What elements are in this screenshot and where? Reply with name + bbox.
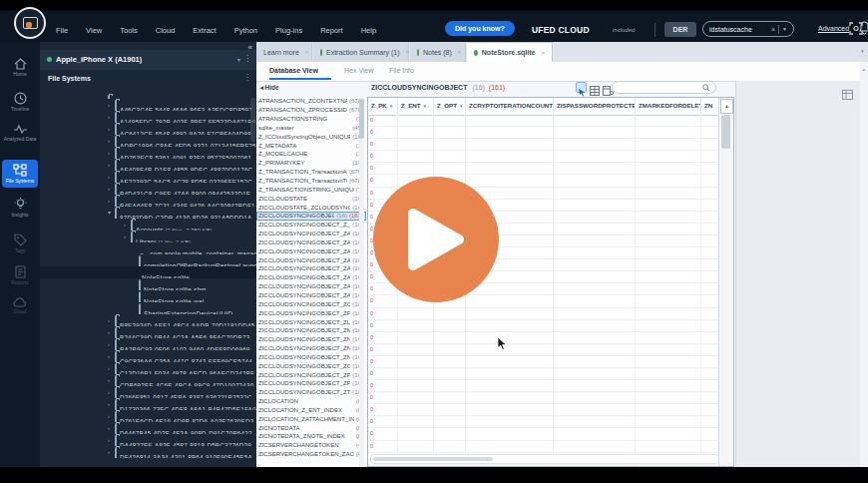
- menu-view[interactable]: View: [86, 24, 102, 38]
- table-list-item[interactable]: ZICCLOUDSYNCINGOBJECT_ZACC...(16): [256, 239, 366, 247]
- der-button[interactable]: DER: [664, 22, 696, 37]
- table-list-item[interactable]: Z_TRANSACTION_TransactionTi...(678): [256, 177, 366, 186]
- table-list-item[interactable]: ZICCLOUDSYNCINGOBJECT_ZACC...(16): [256, 255, 366, 264]
- did-you-know-button[interactable]: Did you know?: [445, 21, 515, 36]
- menu-tools[interactable]: Tools: [120, 24, 138, 38]
- tree-row[interactable]: ›ADBC1996-C8AE-4ED5-9321-0713415FBF25: [40, 135, 256, 147]
- tree-row[interactable]: ›C12D16B1-F034-4978-AECD-96AECD242BF: [40, 362, 256, 374]
- grid-row[interactable]: 0: [368, 356, 719, 368]
- table-list-item[interactable]: Z_TRANSACTIONSTRING_UNIQUE_...(7): [256, 185, 366, 194]
- scrollbar-thumb[interactable]: [721, 115, 730, 149]
- expand-arrow-icon[interactable]: ›: [108, 326, 115, 338]
- device-chevron-icon[interactable]: ▾: [237, 56, 240, 63]
- table-list-item[interactable]: ZICCLOUDSYNCINGOBJECT_ZME...(16): [256, 326, 366, 335]
- expand-arrow-icon[interactable]: ›: [108, 350, 115, 362]
- menu-extract[interactable]: Extract: [193, 24, 216, 38]
- grid-row[interactable]: 0: [368, 320, 719, 332]
- sidebar-item-home[interactable]: Home: [0, 58, 40, 77]
- table-list-item[interactable]: ZICCLOUDSYNCINGOBJECT_ZACC...(16): [256, 246, 366, 255]
- grid-row[interactable]: 0: [368, 332, 719, 344]
- tree-row[interactable]: ▾87D83DBD-C2DB-4130-8D26-931A5DDD1A: [40, 207, 256, 219]
- expand-arrow-icon[interactable]: ›: [124, 231, 131, 242]
- menu-file[interactable]: File: [56, 24, 68, 38]
- grid-row[interactable]: 0: [368, 465, 719, 466]
- close-tab-icon[interactable]: ×: [406, 49, 410, 55]
- tree-row[interactable]: NoteStore.sqlite-wal: [40, 290, 256, 302]
- menu-help[interactable]: Help: [361, 24, 376, 38]
- table-list-item[interactable]: Z_ICCloudSyncingObject_UNIQUE...(16): [256, 132, 366, 141]
- table-list-item[interactable]: ZICLOCATION(0): [256, 397, 366, 406]
- grid-horizontal-scrollbar[interactable]: [370, 454, 719, 464]
- table-list-item[interactable]: ZICCLOUDSYNCINGOBJECT_ZATT...(16): [256, 291, 366, 300]
- table-list-item[interactable]: ZICCLOUDSTATE(16): [256, 194, 366, 203]
- table-list-item[interactable]: Z_METADATA(1): [256, 141, 366, 150]
- expand-arrow-icon[interactable]: ›: [108, 434, 115, 446]
- expand-arrow-icon[interactable]: ›: [108, 111, 115, 123]
- expand-arrow-icon[interactable]: ›: [108, 410, 115, 422]
- expand-arrow-icon[interactable]: ›: [124, 219, 131, 231]
- column-filter-icon[interactable]: ▼: [423, 104, 427, 109]
- grid-row[interactable]: 0: [368, 416, 719, 428]
- grid-row[interactable]: 0: [368, 139, 719, 151]
- tab-overflow-icon[interactable]: ▼: [860, 48, 865, 54]
- tree-row[interactable]: ›Accounts (3 files, 2,359 KB): [40, 219, 256, 231]
- grid-row[interactable]: 0: [368, 428, 719, 440]
- table-list-item[interactable]: ZICLOCATION_ZATTACHMENT_IN...(0): [256, 414, 366, 423]
- tree-row[interactable]: ›AC6412CE-6548-4892-9A26-F7CBFA04D98: [40, 123, 256, 135]
- sidebar-item-cloud[interactable]: Cloud: [0, 297, 40, 314]
- column-header-zispasswordprotected[interactable]: ZISPASSWORDPROTECTED▼: [554, 98, 636, 115]
- expand-arrow-icon[interactable]: ›: [108, 338, 115, 350]
- expand-arrow-icon[interactable]: ›: [108, 135, 115, 147]
- table-list-item[interactable]: Z_PRIMARYKEY(19): [256, 159, 366, 168]
- tree-row[interactable]: completionOfPerBackupRestoreLaunch: [40, 254, 256, 266]
- table-list-item[interactable]: Z_MODELCACHE(1): [256, 150, 366, 159]
- hide-list-button[interactable]: ◄Hide: [258, 84, 279, 91]
- expand-arrow-icon[interactable]: ›: [108, 147, 115, 159]
- column-header-zmarkedfordeletion[interactable]: ZMARKEDFORDELETION▼: [636, 98, 701, 115]
- column-header-zn[interactable]: ZN: [701, 98, 719, 115]
- close-tab-icon[interactable]: ×: [458, 49, 462, 55]
- tree-row[interactable]: SharingExtensionDeviceUUID: [40, 302, 256, 314]
- sidebar-item-analyzed-data[interactable]: Analyzed Data: [0, 124, 40, 142]
- tree-row[interactable]: ›D6467B45-4D2E-4E3A-908D-D91C70B6422: [40, 422, 256, 434]
- grid-row[interactable]: 0: [368, 392, 719, 404]
- grid-row[interactable]: 0: [368, 127, 719, 139]
- close-tab-icon[interactable]: ×: [541, 50, 545, 56]
- tree-row[interactable]: NoteStore.sqlite: [40, 266, 256, 278]
- global-search-input[interactable]: idstatuscache × ▼: [702, 21, 794, 37]
- tree-row[interactable]: ›BA2B9C93-0F06-4102-9460-4DFE8D06969: [40, 338, 256, 350]
- table-list-item[interactable]: ZICCLOUDSYNCINGOBJECT_ZFOL...(16): [256, 308, 366, 317]
- tree-row[interactable]: ›AE22393C-5AC5-4C28-8D5F-0329FFE152C: [40, 171, 256, 183]
- tree-row[interactable]: ⚙.com.apple.mobile_container_manager.: [40, 242, 256, 254]
- tab-file-info[interactable]: File Info: [389, 67, 414, 74]
- cursor-select-icon[interactable]: [576, 82, 587, 93]
- expand-arrow-icon[interactable]: ›: [108, 314, 115, 326]
- table-list-item[interactable]: ATRANSACTION_ZPROCESSIDTS...(678): [256, 106, 366, 115]
- sidebar-item-file-systems[interactable]: File Systems: [2, 160, 38, 188]
- device-kebab-icon[interactable]: ⋮: [243, 54, 251, 63]
- table-list-item[interactable]: ATRANSACTIONSTRING(7): [256, 115, 366, 124]
- tree-row[interactable]: ›B8E3934D-AEE1-48C4-AADB-70D1181DD45: [40, 314, 256, 326]
- table-list-item[interactable]: ZICCLOUDSTATE_ZCLOUDSYNCIN...(16): [256, 203, 366, 212]
- menu-plugins[interactable]: Plug-ins: [275, 24, 302, 38]
- table-list-item[interactable]: ZICCLOUDSYNCINGOBJECT_ZNO...(16): [256, 335, 366, 344]
- right-scroll-strip[interactable]: ▲: [860, 62, 868, 467]
- column-filter-icon[interactable]: ▼: [459, 104, 463, 109]
- scroll-up-icon[interactable]: ▲: [862, 67, 866, 72]
- expand-arrow-icon[interactable]: ›: [108, 374, 115, 386]
- table-list-item[interactable]: ZICCLOUDSYNCINGOBJECT_ZCLO...(16): [256, 299, 366, 308]
- tree-row[interactable]: ›A46C3C4E-5448-46A6-86F3-A3EDC8D8597: [40, 99, 256, 111]
- tree-row[interactable]: ›C9C836A6-C35A-447C-8742-EEF69CE5744: [40, 350, 256, 362]
- advanced-search-link[interactable]: Advanced: [818, 25, 849, 32]
- tab-learn-more[interactable]: Learn more ×: [256, 42, 312, 62]
- tree-row[interactable]: ›B4D431C8-C9FE-47A6-8900-08442532D1E: [40, 183, 256, 195]
- table-list-item[interactable]: ZICCLOUDSYNCINGOBJECT_ZOW...(16): [256, 361, 366, 370]
- close-tab-icon[interactable]: ×: [305, 49, 309, 55]
- expand-arrow-icon[interactable]: ›: [108, 159, 115, 171]
- expand-arrow-icon[interactable]: ›: [108, 362, 115, 374]
- table-icon[interactable]: [590, 82, 601, 93]
- tab-hex-view[interactable]: Hex View: [344, 67, 373, 74]
- tree-row[interactable]: ›D266F851-0817-4FBA-8387-636221B2532C: [40, 386, 256, 398]
- search-value[interactable]: idstatuscache: [709, 26, 771, 33]
- grid-row[interactable]: 0: [368, 151, 719, 163]
